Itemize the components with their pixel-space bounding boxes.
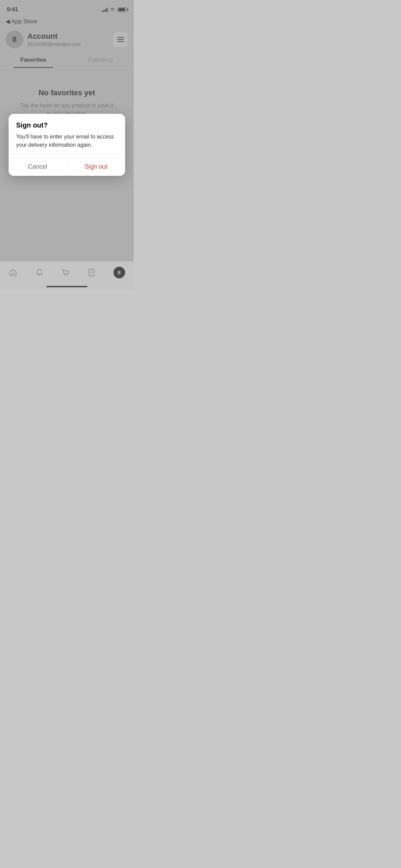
signout-dialog: Sign out? You'll have to enter your emai… (9, 114, 125, 176)
dialog-buttons: Cancel Sign out (9, 157, 125, 176)
dialog-body: Sign out? You'll have to enter your emai… (9, 114, 125, 157)
dialog-message: You'll have to enter your email to acces… (16, 133, 118, 149)
cancel-button[interactable]: Cancel (9, 158, 67, 176)
modal-overlay: Sign out? You'll have to enter your emai… (0, 0, 134, 289)
signout-button[interactable]: Sign out (67, 158, 125, 176)
dialog-title: Sign out? (16, 121, 118, 129)
